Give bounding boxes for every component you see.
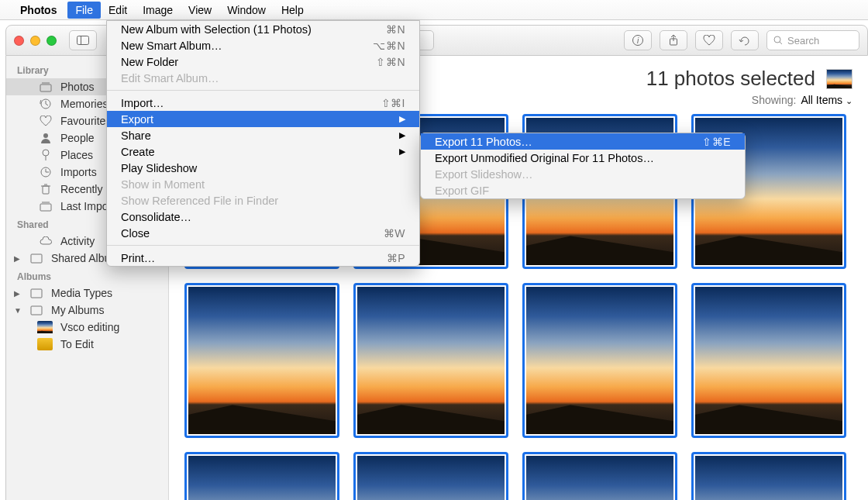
menu-item-print[interactable]: Print…⌘P (107, 250, 419, 266)
system-menubar: Photos File Edit Image View Window Help (0, 0, 868, 20)
sidebar-section-header: Albums (6, 267, 168, 284)
menu-item-show-in-moment: Show in Moment (107, 176, 419, 192)
menu-item-export-unmodified-original-for-11-photos[interactable]: Export Unmodified Original For 11 Photos… (421, 150, 745, 166)
menu-item-label: Export 11 Photos… (435, 136, 532, 148)
svg-line-9 (780, 42, 782, 44)
showing-filter[interactable]: All Items ⌄ (801, 94, 852, 106)
svg-point-8 (774, 36, 780, 43)
favourite-button[interactable] (695, 30, 723, 50)
submenu-arrow-icon: ▶ (399, 114, 405, 124)
submenu-arrow-icon: ▶ (399, 147, 405, 157)
menu-item-label: New Smart Album… (121, 40, 222, 52)
photo-tile[interactable] (691, 283, 846, 438)
menu-item-new-album-with-selection-11-photos[interactable]: New Album with Selection (11 Photos)⌘N (107, 21, 419, 37)
page-title: 11 photos selected (646, 67, 815, 91)
stack2-icon (39, 201, 53, 212)
svg-rect-0 (78, 36, 89, 45)
sidebar-item-label: Vsco editing (60, 321, 119, 333)
search-placeholder: Search (787, 35, 819, 47)
sidebar-toggle-button[interactable] (69, 30, 97, 50)
menu-view[interactable]: View (181, 2, 219, 19)
menu-edit[interactable]: Edit (101, 2, 135, 19)
menu-item-label: Create (121, 146, 155, 158)
svg-text:i: i (637, 36, 639, 45)
heart-icon (39, 116, 53, 126)
menu-item-label: New Folder (121, 56, 178, 68)
menu-item-export-11-photos[interactable]: Export 11 Photos…⇧⌘E (421, 133, 745, 150)
photo-tile[interactable] (184, 283, 339, 438)
menu-item-export[interactable]: Export▶ (107, 111, 419, 127)
sidebar-item-my-albums[interactable]: ▼My Albums (6, 302, 168, 319)
person-icon (39, 132, 53, 144)
svg-rect-23 (31, 289, 42, 298)
share-button[interactable] (660, 30, 687, 50)
menu-item-play-slideshow[interactable]: Play Slideshow (107, 160, 419, 176)
svg-point-13 (43, 133, 48, 138)
menu-help[interactable]: Help (274, 2, 312, 19)
menu-item-share[interactable]: Share▶ (107, 127, 419, 143)
menu-window[interactable]: Window (219, 2, 274, 19)
clock2-icon (39, 166, 53, 178)
menu-item-new-folder[interactable]: New Folder⇧⌘N (107, 53, 419, 70)
menu-item-label: Share (121, 129, 151, 142)
menu-image[interactable]: Image (135, 2, 181, 19)
menu-item-label: Play Slideshow (121, 162, 197, 174)
menu-item-consolidate[interactable]: Consolidate… (107, 209, 419, 225)
svg-rect-10 (40, 84, 51, 91)
menu-item-label: Print… (121, 252, 155, 264)
chevron-down-icon: ⌄ (846, 96, 852, 105)
menu-item-create[interactable]: Create▶ (107, 143, 419, 160)
svg-rect-22 (31, 254, 42, 263)
stack-icon (39, 81, 53, 92)
svg-rect-17 (43, 186, 49, 194)
export-submenu-dropdown: Export 11 Photos…⇧⌘EExport Unmodified Or… (420, 133, 746, 199)
menu-item-label: Close (121, 227, 150, 240)
cloud-icon (39, 236, 53, 246)
rotate-button[interactable] (731, 30, 759, 50)
minimize-window-button[interactable] (30, 36, 40, 46)
showing-label: Showing: (752, 94, 797, 106)
album-thumb-icon (37, 321, 53, 333)
submenu-arrow-icon: ▶ (399, 130, 405, 140)
menu-item-label: Export Slideshow… (435, 168, 533, 181)
menu-file[interactable]: File (67, 2, 101, 19)
photo-tile[interactable] (691, 452, 846, 500)
menu-item-show-referenced-file-in-finder: Show Referenced File in Finder (107, 192, 419, 209)
menu-item-new-smart-album[interactable]: New Smart Album…⌥⌘N (107, 37, 419, 53)
menu-item-label: Import… (121, 97, 164, 109)
search-field[interactable]: Search (766, 30, 859, 50)
sidebar-item-vsco-editing[interactable]: Vsco editing (6, 319, 168, 336)
sidebar-item-media-types[interactable]: ▶Media Types (6, 284, 168, 302)
menu-item-label: Export (121, 113, 153, 126)
svg-rect-20 (40, 204, 51, 211)
photo-tile[interactable] (522, 283, 677, 438)
menu-item-label: Export Unmodified Original For 11 Photos… (435, 152, 654, 164)
photo-tile[interactable] (353, 452, 508, 500)
menu-item-export-slideshow: Export Slideshow… (421, 166, 745, 182)
album-thumb-icon (37, 338, 53, 350)
photo-tile[interactable] (184, 452, 339, 500)
menu-item-import[interactable]: Import…⇧⌘I (107, 95, 419, 111)
menu-item-label: New Album with Selection (11 Photos) (121, 23, 312, 36)
menu-item-edit-smart-album: Edit Smart Album… (107, 70, 419, 86)
selection-thumbnail (826, 69, 852, 89)
file-menu-dropdown: New Album with Selection (11 Photos)⌘NNe… (106, 20, 420, 267)
close-window-button[interactable] (14, 36, 24, 46)
info-button[interactable]: i (624, 30, 652, 50)
sidebar-item-label: My Albums (51, 304, 104, 316)
zoom-window-button[interactable] (46, 36, 57, 46)
window-controls (14, 36, 57, 46)
sidebar-item-label: Last Impor (60, 200, 112, 212)
photo-tile[interactable] (522, 452, 677, 500)
clock-icon (39, 98, 53, 110)
sidebar-item-to-edit[interactable]: To Edit (6, 336, 168, 353)
sidebar-item-label: To Edit (60, 338, 94, 350)
menu-item-close[interactable]: Close⌘W (107, 225, 419, 241)
sidebar-item-label: Favourites (60, 115, 111, 127)
photo-tile[interactable] (353, 283, 508, 438)
sidebar-item-label: Places (60, 149, 93, 161)
sidebar-item-label: Memories (60, 98, 108, 110)
album-icon (29, 253, 43, 264)
pin-icon (39, 149, 53, 161)
app-name[interactable]: Photos (20, 4, 57, 16)
